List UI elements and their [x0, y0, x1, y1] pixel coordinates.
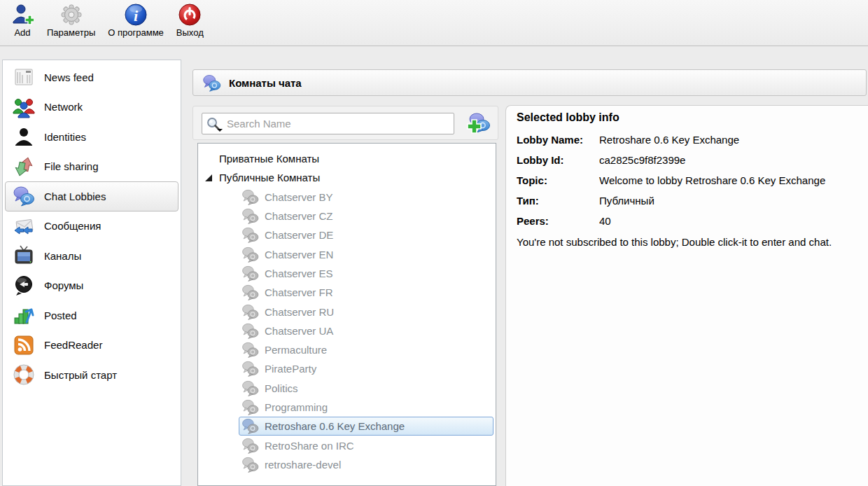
- add-button[interactable]: Add: [4, 1, 41, 40]
- search-filter-icon[interactable]: [206, 116, 224, 133]
- lifebuoy-icon: [12, 363, 36, 387]
- info-panel-title: Selected lobby info: [517, 111, 861, 124]
- info-label: Peers:: [517, 215, 599, 227]
- sidebar-item-label: FeedReader: [44, 339, 102, 351]
- tree-item-pirateparty[interactable]: PirateParty: [239, 359, 493, 378]
- tree-item-retroshare-key-exchange[interactable]: Retroshare 0.6 Key Exchange: [239, 417, 493, 436]
- chat-room-icon: [241, 284, 259, 301]
- svg-text:i: i: [134, 7, 139, 25]
- info-value: Публичный: [599, 195, 654, 207]
- add-button-label: Add: [14, 27, 30, 38]
- sidebar-item-channels[interactable]: Каналы: [5, 241, 178, 271]
- info-row-type: Тип: Публичный: [517, 190, 861, 211]
- sidebar-item-label: Chat Lobbies: [44, 190, 106, 202]
- forums-icon: [12, 274, 36, 298]
- sidebar-item-forums[interactable]: Форумы: [5, 271, 178, 301]
- info-row-lobby-name: Lobby Name: Retroshare 0.6 Key Exchange: [517, 130, 861, 150]
- sidebar-item-feedreader[interactable]: FeedReader: [5, 331, 178, 361]
- tree-item-chatserver-cz[interactable]: Chatserver CZ: [239, 207, 493, 225]
- sidebar-item-label: Posted: [44, 310, 77, 321]
- info-row-topic: Topic: Welcome to lobby Retroshare 0.6 K…: [517, 170, 861, 190]
- create-lobby-button[interactable]: [462, 110, 491, 137]
- chat-room-icon: [241, 207, 259, 225]
- power-icon: [178, 3, 202, 27]
- chat-room-icon: [241, 417, 259, 435]
- sidebar-item-label: Сообщения: [44, 220, 101, 232]
- sidebar-item-label: Network: [44, 101, 83, 113]
- tree-item-programming[interactable]: Programming: [239, 398, 493, 417]
- info-row-peers: Peers: 40: [517, 211, 861, 231]
- sidebar-item-label: News feed: [44, 71, 94, 83]
- options-button[interactable]: Параметры: [41, 1, 102, 40]
- chat-room-icon: [241, 398, 259, 416]
- tree-item-retroshare-devel[interactable]: retroshare-devel: [239, 455, 493, 474]
- rss-icon: [12, 333, 36, 357]
- chat-room-icon: [241, 188, 259, 206]
- search-input[interactable]: [202, 113, 454, 134]
- chat-rooms-header: Комнаты чата: [192, 69, 867, 96]
- info-icon: i: [124, 3, 148, 27]
- sidebar-item-identities[interactable]: Identities: [5, 122, 178, 152]
- tree-item-chatserver-es[interactable]: Chatserver ES: [239, 264, 493, 283]
- sidebar-item-label: Форумы: [44, 279, 83, 291]
- exit-button-label: Выход: [176, 27, 204, 38]
- expanded-triangle-icon[interactable]: [205, 174, 212, 181]
- chat-room-icon: [241, 380, 259, 397]
- chat-room-icon: [241, 341, 259, 359]
- messages-icon: [12, 214, 36, 238]
- file-sharing-icon: [12, 155, 36, 179]
- sidebar-item-quick-start[interactable]: Быстрый старт: [5, 360, 178, 390]
- tree-item-permaculture[interactable]: Permaculture: [239, 340, 493, 359]
- selected-lobby-info-panel: Selected lobby info Lobby Name: Retrosha…: [505, 105, 868, 486]
- chat-room-icon: [241, 265, 259, 282]
- sidebar-item-messages[interactable]: Сообщения: [5, 211, 178, 242]
- tree-group-public-rooms[interactable]: Публичные Комнаты: [198, 168, 496, 187]
- exit-button[interactable]: Выход: [170, 1, 210, 40]
- about-button[interactable]: i О программе: [102, 1, 170, 40]
- chat-room-icon: [241, 360, 259, 377]
- info-value: Retroshare 0.6 Key Exchange: [599, 134, 739, 146]
- sidebar-item-label: Каналы: [44, 250, 81, 262]
- tree-item-chatserver-fr[interactable]: Chatserver FR: [239, 283, 493, 302]
- tree-item-chatserver-de[interactable]: Chatserver DE: [239, 225, 493, 244]
- search-toolbar: [192, 106, 498, 140]
- gear-icon: [59, 3, 83, 27]
- options-button-label: Параметры: [47, 27, 95, 38]
- sidebar-item-network[interactable]: Network: [5, 92, 178, 123]
- news-feed-icon: [12, 65, 36, 89]
- info-value: Welcome to lobby Retroshare 0.6 Key Exch…: [599, 174, 825, 186]
- network-icon: [12, 95, 36, 119]
- info-label: Lobby Name:: [517, 134, 599, 146]
- sidebar-item-label: Identities: [44, 131, 86, 143]
- sidebar-item-label: File sharing: [44, 160, 99, 172]
- chat-room-icon: [241, 322, 259, 340]
- chat-room-icon: [241, 246, 259, 263]
- tree-item-politics[interactable]: Politics: [239, 379, 493, 398]
- chat-room-icon: [241, 303, 259, 321]
- chat-room-icon: [241, 226, 259, 244]
- collapse-spacer: [205, 155, 213, 162]
- tree-item-chatserver-by[interactable]: Chatserver BY: [239, 188, 493, 207]
- info-row-lobby-id: Lobby Id: ca2825c9f8f2399e: [517, 150, 861, 170]
- sidebar-item-posted[interactable]: Posted: [5, 300, 178, 331]
- chat-room-icon: [241, 456, 259, 473]
- info-value: 40: [599, 215, 611, 227]
- page-title: Комнаты чата: [229, 77, 302, 89]
- sidebar-item-news-feed[interactable]: News feed: [5, 62, 178, 92]
- tree-item-retroshare-on-irc[interactable]: RetroShare on IRC: [239, 436, 493, 454]
- sidebar-item-file-sharing[interactable]: File sharing: [5, 152, 178, 182]
- sidebar: News feed Network Identities: [2, 60, 181, 486]
- posted-icon: [12, 303, 36, 327]
- tree-item-chatserver-en[interactable]: Chatserver EN: [239, 244, 493, 263]
- tree-item-chatserver-ua[interactable]: Chatserver UA: [239, 321, 493, 340]
- subscription-note: You're not subscribed to this lobby; Dou…: [517, 236, 861, 248]
- info-label: Topic:: [517, 174, 599, 186]
- sidebar-item-chat-lobbies[interactable]: Chat Lobbies: [5, 181, 178, 211]
- identities-icon: [12, 125, 36, 148]
- sidebar-item-label: Быстрый старт: [44, 369, 117, 381]
- about-button-label: О программе: [108, 27, 164, 38]
- info-label: Тип:: [517, 195, 599, 207]
- tree-group-private-rooms[interactable]: Приватные Комнаты: [198, 149, 496, 168]
- tree-item-chatserver-ru[interactable]: Chatserver RU: [239, 302, 493, 321]
- chat-bubbles-icon: [12, 184, 36, 208]
